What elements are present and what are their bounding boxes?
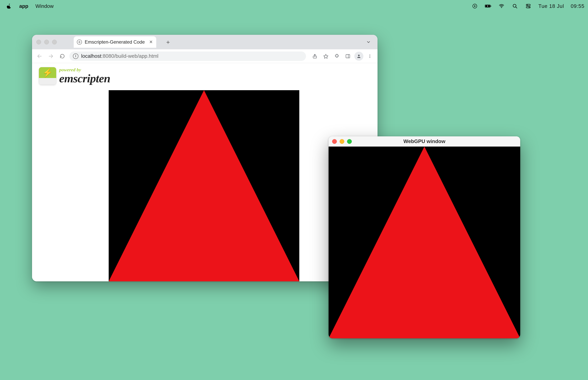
tab-title: Emscripten-Generated Code — [85, 39, 145, 45]
svg-point-11 — [529, 7, 530, 8]
screen-record-icon[interactable] — [472, 3, 478, 9]
address-bar[interactable]: i localhost:8080/build-web/app.html — [69, 52, 306, 61]
emscripten-logo-icon: ⚡ — [39, 67, 57, 85]
webgpu-canvas[interactable] — [109, 90, 299, 281]
nav-forward-button[interactable] — [47, 52, 55, 60]
menubar-app-name[interactable]: app — [19, 3, 28, 9]
bookmark-star-button[interactable] — [321, 52, 330, 61]
browser-traffic-lights[interactable] — [36, 40, 57, 44]
emscripten-banner: ⚡ powered by emscripten — [36, 65, 114, 86]
native-zoom-button[interactable] — [347, 139, 352, 144]
traffic-zoom-icon[interactable] — [52, 40, 57, 44]
browser-page-content: ⚡ powered by emscripten — [32, 63, 378, 281]
share-button[interactable] — [310, 52, 319, 61]
svg-rect-10 — [526, 6, 531, 8]
svg-marker-15 — [324, 54, 328, 58]
browser-window: Emscripten-Generated Code ✕ ＋ i localhos… — [32, 35, 378, 281]
menubar-date[interactable]: Tue 18 Jul — [538, 3, 564, 9]
svg-point-21 — [369, 57, 370, 58]
svg-point-18 — [358, 55, 360, 56]
svg-rect-8 — [526, 4, 531, 6]
svg-marker-1 — [474, 5, 476, 7]
menubar-item-window[interactable]: Window — [35, 3, 54, 9]
spotlight-search-icon[interactable] — [512, 3, 518, 9]
tab-close-icon[interactable]: ✕ — [149, 39, 153, 45]
browser-tab-active[interactable]: Emscripten-Generated Code ✕ — [74, 36, 156, 48]
svg-line-7 — [516, 7, 517, 8]
emscripten-powered-by-label: powered by — [59, 67, 110, 72]
svg-point-19 — [369, 55, 370, 55]
browser-tabstrip: Emscripten-Generated Code ✕ ＋ — [32, 35, 378, 49]
native-window-title: WebGPU window — [329, 138, 520, 144]
svg-point-5 — [501, 7, 502, 8]
tabs-overflow-button[interactable] — [364, 38, 372, 46]
native-close-button[interactable] — [332, 139, 337, 144]
svg-point-6 — [513, 4, 516, 7]
emscripten-wordmark: emscripten — [59, 73, 110, 84]
nav-reload-button[interactable] — [58, 52, 67, 60]
svg-marker-22 — [109, 90, 299, 281]
native-minimize-button[interactable] — [340, 139, 344, 144]
new-tab-button[interactable]: ＋ — [164, 38, 172, 46]
site-info-icon[interactable]: i — [73, 54, 78, 59]
chrome-menu-button[interactable] — [365, 52, 374, 61]
svg-marker-23 — [329, 147, 520, 338]
extensions-button[interactable] — [332, 52, 341, 61]
nav-back-button[interactable] — [35, 52, 44, 60]
macos-menubar: app Window Tue 18 Jul 09:55 — [0, 0, 588, 12]
traffic-minimize-icon[interactable] — [44, 40, 49, 44]
svg-point-20 — [369, 56, 370, 57]
native-titlebar[interactable]: WebGPU window — [329, 136, 520, 147]
svg-point-9 — [527, 4, 528, 5]
profile-avatar-button[interactable] — [354, 52, 363, 61]
wifi-icon[interactable] — [498, 3, 505, 9]
svg-rect-3 — [491, 5, 491, 6]
traffic-close-icon[interactable] — [36, 40, 41, 44]
url-text: localhost:8080/build-web/app.html — [81, 53, 158, 59]
sidepanel-button[interactable] — [343, 52, 352, 61]
control-center-icon[interactable] — [525, 3, 531, 9]
battery-charging-icon[interactable] — [485, 3, 492, 9]
native-app-window: WebGPU window — [329, 136, 520, 338]
native-canvas[interactable] — [329, 147, 520, 338]
menubar-time[interactable]: 09:55 — [571, 3, 585, 9]
browser-toolbar: i localhost:8080/build-web/app.html — [32, 49, 378, 63]
svg-rect-16 — [346, 55, 350, 58]
globe-favicon-icon — [77, 39, 82, 45]
apple-logo-icon[interactable] — [5, 3, 12, 9]
